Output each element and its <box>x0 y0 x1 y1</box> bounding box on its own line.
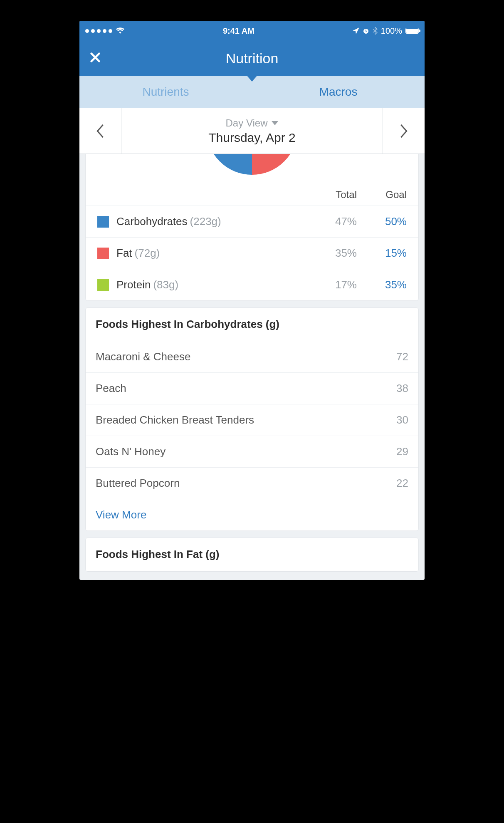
tab-active-indicator-icon <box>247 75 257 82</box>
macro-row-fat: Fat (72g) 35% 15% <box>86 237 418 269</box>
bluetooth-icon <box>373 27 378 35</box>
macro-goal: 50% <box>357 215 407 228</box>
status-time: 9:41 AM <box>223 26 254 36</box>
page-title: Nutrition <box>226 50 279 67</box>
food-value: 72 <box>396 350 408 363</box>
swatch-icon <box>97 279 109 291</box>
macro-grams: (72g) <box>135 247 160 260</box>
tab-macros[interactable]: Macros <box>252 76 425 108</box>
foods-fat-card: Foods Highest In Fat (g) <box>85 538 419 572</box>
macro-goal: 15% <box>357 247 407 260</box>
alarm-clock-icon <box>363 27 369 34</box>
close-button[interactable] <box>89 52 101 65</box>
macro-grams: (223g) <box>190 215 221 228</box>
macro-total: 35% <box>307 247 357 260</box>
macro-name: Carbohydrates <box>116 215 188 228</box>
food-value: 22 <box>396 477 408 490</box>
nav-header: Nutrition <box>79 41 425 76</box>
chevron-down-icon <box>272 121 278 125</box>
macro-name: Protein <box>116 278 151 291</box>
card-title: Foods Highest In Fat (g) <box>86 538 418 571</box>
card-title: Foods Highest In Carbohydrates (g) <box>86 308 418 341</box>
food-value: 30 <box>396 414 408 426</box>
app-screen: 9:41 AM 100% Nutrition Nutrients Macros <box>79 21 425 580</box>
food-name: Peach <box>96 382 126 395</box>
tab-nutrients[interactable]: Nutrients <box>79 76 252 108</box>
next-day-button[interactable] <box>383 108 425 154</box>
food-row[interactable]: Breaded Chicken Breast Tenders 30 <box>86 404 418 436</box>
view-mode-dropdown[interactable]: Day View <box>226 117 279 129</box>
food-name: Oats N' Honey <box>96 445 166 458</box>
macro-grams: (83g) <box>153 278 178 291</box>
location-arrow-icon <box>353 27 359 34</box>
tabs: Nutrients Macros <box>79 76 425 108</box>
macro-total: 17% <box>307 278 357 291</box>
swatch-icon <box>97 248 109 259</box>
macro-name: Fat <box>116 247 132 260</box>
status-bar: 9:41 AM 100% <box>79 21 425 41</box>
macro-goal: 35% <box>357 278 407 291</box>
macro-total: 47% <box>307 215 357 228</box>
macros-pie-chart <box>86 154 418 179</box>
macro-row-protein: Protein (83g) 17% 35% <box>86 269 418 300</box>
view-more-button[interactable]: View More <box>86 499 418 530</box>
current-date: Thursday, Apr 2 <box>208 131 296 145</box>
food-name: Breaded Chicken Breast Tenders <box>96 414 254 426</box>
swatch-icon <box>97 216 109 228</box>
prev-day-button[interactable] <box>79 108 121 154</box>
food-row[interactable]: Macaroni & Cheese 72 <box>86 341 418 373</box>
view-mode-label: Day View <box>226 117 268 129</box>
date-navigator: Day View Thursday, Apr 2 <box>79 108 425 154</box>
food-value: 38 <box>396 382 408 395</box>
col-header-total: Total <box>307 189 357 201</box>
foods-carbs-card: Foods Highest In Carbohydrates (g) Macar… <box>85 307 419 531</box>
macro-row-carbs: Carbohydrates (223g) 47% 50% <box>86 206 418 237</box>
macros-card: Total Goal Carbohydrates (223g) 47% 50% … <box>85 154 419 301</box>
food-name: Buttered Popcorn <box>96 477 180 490</box>
col-header-goal: Goal <box>357 189 407 201</box>
battery-percent: 100% <box>381 26 402 36</box>
scroll-content[interactable]: Total Goal Carbohydrates (223g) 47% 50% … <box>79 154 425 580</box>
signal-dots-icon <box>85 29 112 33</box>
wifi-icon <box>116 27 125 34</box>
food-row[interactable]: Peach 38 <box>86 373 418 404</box>
food-row[interactable]: Oats N' Honey 29 <box>86 436 418 468</box>
food-value: 29 <box>396 445 408 458</box>
battery-icon <box>405 28 419 34</box>
food-row[interactable]: Buttered Popcorn 22 <box>86 468 418 499</box>
food-name: Macaroni & Cheese <box>96 350 190 363</box>
